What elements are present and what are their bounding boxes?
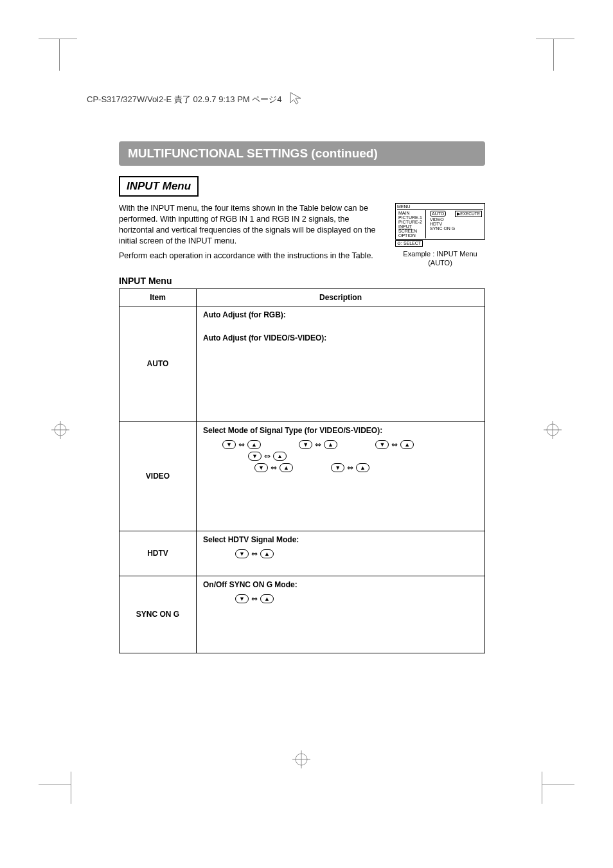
lr-arrow-icon: ⇔ (347, 463, 353, 472)
down-button-icon: ▼ (299, 440, 312, 449)
lr-arrow-icon: ⇔ (271, 463, 277, 472)
down-button-icon: ▼ (331, 463, 344, 472)
button-sequence-row: ▼ ⇔ ▲ ▼ ⇔ ▲ ▼ ⇔ ▲ (203, 439, 478, 462)
menu-right-item: HDTV (430, 222, 482, 226)
menu-left-col: MAIN PICTURE-1 PICTURE-2 INPUT SCREEN OP… (397, 210, 426, 238)
menu-right-item: SYNC ON G (430, 226, 482, 231)
up-button-icon: ▲ (400, 440, 414, 449)
crop-mark (59, 39, 60, 71)
lr-arrow-icon: ⇔ (238, 440, 245, 449)
lr-arrow-icon: ⇔ (315, 440, 321, 449)
table-item-sync-on-g: SYNC ON G (120, 576, 197, 653)
lr-arrow-icon: ⇔ (264, 452, 271, 461)
section-header: INPUT Menu (119, 176, 199, 197)
menu-box: MENU MAIN PICTURE-1 PICTURE-2 INPUT SCRE… (395, 203, 485, 240)
cursor-arrow-icon (288, 90, 305, 109)
menu-content: MAIN PICTURE-1 PICTURE-2 INPUT SCREEN OP… (397, 210, 483, 238)
page-content: MULTIFUNCTIONAL SETTINGS (continued) INP… (119, 141, 485, 653)
crop-mark (542, 772, 542, 804)
registration-mark-icon (292, 750, 310, 768)
table-title: INPUT Menu (119, 276, 485, 286)
button-sequence: ▼ ⇔ ▲ (235, 549, 274, 558)
menu-left-item: PICTURE-1 (398, 215, 424, 220)
desc-subtitle: On/Off SYNC ON G Mode: (203, 580, 478, 589)
input-table: Item Description AUTO Auto Adjust (for R… (119, 288, 485, 653)
menu-footer: ⊙: SELECT (395, 240, 485, 247)
menu-caption-line1: Example : INPUT Menu (395, 249, 485, 258)
down-button-icon: ▼ (235, 549, 249, 558)
menu-left-item-selected: INPUT (398, 224, 424, 229)
table-row: VIDEO Select Mode of Signal Type (for VI… (120, 421, 485, 531)
lr-arrow-icon: ⇔ (251, 549, 258, 558)
table-header-item: Item (120, 288, 197, 306)
intro-para-2: Perform each operation in accordance wit… (119, 251, 386, 261)
button-sequence: ▼ ⇔ ▲ (331, 463, 369, 472)
down-button-icon: ▼ (222, 440, 236, 449)
menu-preview: MENU MAIN PICTURE-1 PICTURE-2 INPUT SCRE… (395, 203, 485, 268)
menu-left-item: OPTION (398, 233, 424, 238)
button-sequence-row: ▼ ⇔ ▲ (203, 593, 478, 605)
table-header-row: Item Description (120, 288, 485, 306)
desc-subtitle: Select Mode of Signal Type (for VIDEO/S-… (203, 426, 478, 435)
lr-arrow-icon: ⇔ (391, 440, 398, 449)
button-sequence-row: ▼ ⇔ ▲ ▼ ⇔ ▲ (203, 462, 478, 474)
table-desc-sync-on-g: On/Off SYNC ON G Mode: ▼ ⇔ ▲ (197, 576, 485, 653)
down-button-icon: ▼ (248, 452, 262, 461)
table-desc-auto: Auto Adjust (for RGB): Auto Adjust (for … (197, 306, 485, 421)
menu-right-item: VIDEO (430, 217, 482, 222)
crop-mark (536, 39, 574, 39)
desc-subtitle: Auto Adjust (for RGB): (203, 310, 478, 319)
table-item-auto: AUTO (120, 306, 197, 421)
intro-row: With the INPUT menu, the four items show… (119, 203, 485, 268)
table-desc-hdtv: Select HDTV Signal Mode: ▼ ⇔ ▲ (197, 531, 485, 576)
lr-arrow-icon: ⇔ (251, 594, 258, 603)
button-sequence: ▼ ⇔ ▲ (235, 594, 274, 603)
table-desc-video: Select Mode of Signal Type (for VIDEO/S-… (197, 421, 485, 531)
table-header-description: Description (197, 288, 485, 306)
button-sequence: ▼ ⇔ ▲ (254, 463, 293, 472)
menu-execute-label: ▶EXECUTE (455, 211, 482, 217)
menu-left-item: MAIN (398, 211, 424, 215)
up-button-icon: ▲ (324, 440, 337, 449)
menu-select-label: ⊙: SELECT (395, 240, 423, 247)
table-row: AUTO Auto Adjust (for RGB): Auto Adjust … (120, 306, 485, 421)
table-row: SYNC ON G On/Off SYNC ON G Mode: ▼ ⇔ ▲ (120, 576, 485, 653)
up-button-icon: ▲ (273, 452, 287, 461)
crop-mark (39, 784, 71, 784)
menu-left-item: SCREEN (398, 229, 424, 233)
button-sequence: ▼ ⇔ ▲ (248, 452, 287, 461)
title-banner: MULTIFUNCTIONAL SETTINGS (continued) (119, 141, 485, 166)
registration-mark-icon (51, 421, 69, 439)
crop-mark (71, 772, 71, 804)
crop-mark (542, 784, 574, 784)
file-header-text: CP-S317/327W/Vol2-E 責了 02.9.7 9:13 PM ペー… (87, 94, 281, 105)
file-header: CP-S317/327W/Vol2-E 責了 02.9.7 9:13 PM ペー… (87, 90, 305, 109)
menu-right-item-selected: AUTO (430, 211, 446, 217)
up-button-icon: ▲ (260, 549, 274, 558)
down-button-icon: ▼ (375, 440, 389, 449)
crop-mark (39, 39, 77, 39)
up-button-icon: ▲ (247, 440, 261, 449)
table-row: HDTV Select HDTV Signal Mode: ▼ ⇔ ▲ (120, 531, 485, 576)
down-button-icon: ▼ (254, 463, 268, 472)
menu-caption: Example : INPUT Menu (AUTO) (395, 249, 485, 268)
button-sequence-row: ▼ ⇔ ▲ (203, 548, 478, 560)
table-item-video: VIDEO (120, 421, 197, 531)
button-sequence: ▼ ⇔ ▲ (299, 440, 337, 449)
button-sequence: ▼ ⇔ ▲ (222, 440, 261, 449)
menu-caption-line2: (AUTO) (395, 258, 485, 267)
menu-right-col: AUTO ▶EXECUTE VIDEO HDTV SYNC ON G (429, 210, 483, 238)
button-sequence: ▼ ⇔ ▲ (375, 440, 414, 449)
up-button-icon: ▲ (356, 463, 369, 472)
intro-para-1: With the INPUT menu, the four items show… (119, 203, 386, 247)
menu-title: MENU (397, 204, 483, 210)
crop-mark (553, 39, 554, 71)
desc-subtitle: Auto Adjust (for VIDEO/S-VIDEO): (203, 333, 478, 342)
up-button-icon: ▲ (260, 594, 274, 603)
intro-text: With the INPUT menu, the four items show… (119, 203, 386, 261)
registration-mark-icon (544, 421, 562, 439)
up-button-icon: ▲ (280, 463, 293, 472)
down-button-icon: ▼ (235, 594, 249, 603)
table-item-hdtv: HDTV (120, 531, 197, 576)
menu-left-item: PICTURE-2 (398, 220, 424, 224)
